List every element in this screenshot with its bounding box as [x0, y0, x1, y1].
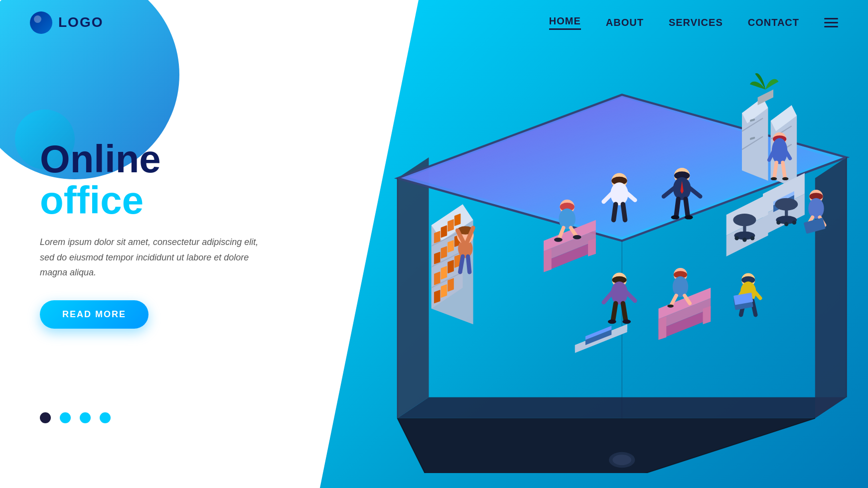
svg-line-101 — [623, 204, 625, 220]
svg-point-141 — [667, 304, 674, 307]
hero-description: Lorem ipsum dolor sit amet, consectetur … — [40, 235, 259, 280]
svg-marker-9 — [398, 418, 815, 473]
dot-1[interactable] — [40, 412, 51, 423]
slide-indicators — [40, 412, 111, 423]
svg-point-72 — [742, 238, 746, 242]
logo-icon — [30, 11, 52, 34]
svg-point-111 — [685, 215, 693, 219]
svg-rect-29 — [434, 271, 440, 285]
svg-rect-35 — [447, 278, 454, 292]
hero-content: Online office Lorem ipsum dolor sit amet… — [40, 139, 259, 329]
svg-line-109 — [686, 199, 688, 216]
svg-point-110 — [671, 215, 680, 219]
svg-line-100 — [613, 204, 615, 220]
nav-about[interactable]: ABOUT — [606, 17, 644, 28]
logo-text: LOGO — [58, 14, 103, 30]
hero-title-line2: office — [40, 181, 259, 220]
dot-4[interactable] — [100, 412, 111, 423]
nav-services[interactable]: SERVICES — [669, 17, 723, 28]
nav-links: HOME ABOUT SERVICES CONTACT — [549, 15, 838, 30]
svg-point-120 — [782, 177, 789, 180]
logo-area: LOGO — [30, 11, 103, 34]
svg-point-138 — [673, 276, 688, 297]
dot-3[interactable] — [80, 412, 91, 423]
dot-2[interactable] — [60, 412, 71, 423]
svg-point-67 — [792, 221, 796, 225]
svg-line-133 — [623, 303, 625, 320]
svg-marker-78 — [588, 238, 596, 256]
svg-line-132 — [613, 303, 615, 320]
nav-contact[interactable]: CONTACT — [748, 17, 799, 28]
svg-line-117 — [774, 162, 776, 177]
office-illustration — [335, 40, 868, 473]
hamburger-line-3 — [824, 26, 838, 27]
svg-point-135 — [622, 320, 631, 324]
svg-point-66 — [784, 222, 788, 226]
read-more-button[interactable]: READ MORE — [40, 300, 148, 329]
svg-line-108 — [676, 199, 678, 216]
svg-point-13 — [612, 455, 631, 465]
svg-point-93 — [554, 238, 563, 242]
svg-point-94 — [573, 235, 581, 239]
svg-point-90 — [559, 209, 576, 230]
svg-rect-34 — [441, 284, 447, 298]
svg-point-119 — [771, 177, 777, 180]
hamburger-menu[interactable] — [824, 18, 838, 27]
svg-point-65 — [776, 221, 780, 225]
svg-marker-83 — [703, 306, 711, 325]
hamburger-line-1 — [824, 18, 838, 19]
nav-home[interactable]: HOME — [549, 15, 581, 30]
navbar: LOGO HOME ABOUT SERVICES CONTACT — [0, 0, 868, 45]
svg-line-118 — [783, 162, 785, 177]
svg-point-71 — [734, 236, 738, 240]
svg-point-123 — [808, 198, 824, 219]
svg-rect-30 — [441, 266, 447, 280]
svg-line-41 — [460, 256, 462, 272]
svg-point-73 — [750, 236, 754, 240]
hero-title-line1: Online — [40, 139, 259, 178]
svg-marker-2 — [398, 157, 429, 418]
svg-line-42 — [468, 256, 469, 272]
hamburger-line-2 — [824, 22, 838, 23]
svg-marker-77 — [544, 248, 552, 272]
svg-line-148 — [752, 301, 755, 315]
svg-marker-82 — [659, 316, 667, 340]
svg-rect-31 — [447, 260, 454, 274]
svg-rect-33 — [434, 290, 440, 304]
svg-point-134 — [608, 320, 616, 324]
